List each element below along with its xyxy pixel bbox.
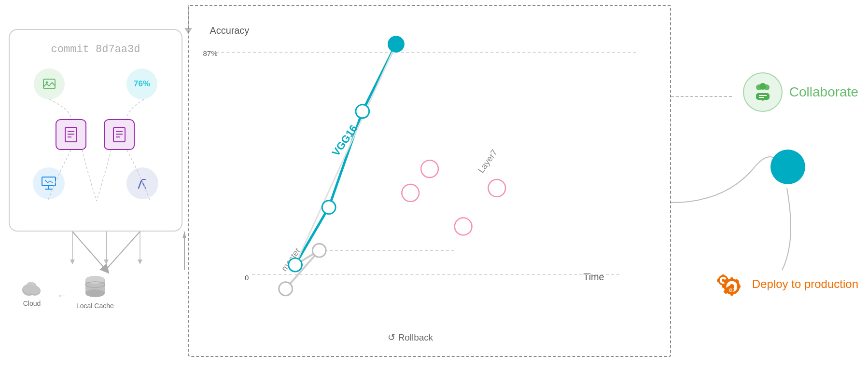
teal-node bbox=[770, 150, 805, 184]
doc-icon bbox=[64, 126, 78, 143]
svg-marker-21 bbox=[182, 232, 186, 238]
svg-rect-53 bbox=[756, 93, 770, 100]
commit-label: commit 8d7aa3d bbox=[51, 43, 140, 55]
vgg16-point-1 bbox=[289, 258, 302, 272]
collaborate-icon bbox=[743, 72, 783, 112]
cloud-section: Cloud bbox=[18, 277, 45, 307]
svg-rect-62 bbox=[737, 285, 741, 288]
doc-icon-left bbox=[56, 119, 86, 150]
doc-icon-2 bbox=[112, 126, 126, 143]
svg-point-35 bbox=[29, 286, 40, 294]
commit-box: commit 8d7aa3d 76% bbox=[9, 29, 182, 232]
87-label: 87% bbox=[203, 50, 218, 57]
svg-marker-26 bbox=[104, 260, 109, 264]
lambda-icon bbox=[135, 176, 150, 191]
svg-line-14 bbox=[48, 181, 50, 183]
chart-area: Accuracy 87% 0 Time VGG16 maste bbox=[188, 5, 671, 357]
svg-line-15 bbox=[50, 181, 53, 183]
svg-line-19 bbox=[106, 232, 140, 269]
vgg16-point-3 bbox=[356, 105, 369, 118]
gear-icon: ⚙ bbox=[712, 270, 745, 299]
layer7-point-4 bbox=[488, 179, 505, 197]
svg-line-46 bbox=[295, 44, 396, 265]
deploy-label: Deploy to production bbox=[752, 276, 858, 291]
svg-marker-28 bbox=[138, 260, 142, 264]
master-point-bottom bbox=[279, 282, 293, 296]
presentation-icon bbox=[41, 176, 56, 191]
svg-rect-70 bbox=[717, 279, 719, 282]
accuracy-badge-text: 76% bbox=[134, 79, 150, 89]
image-icon bbox=[42, 76, 57, 92]
svg-rect-71 bbox=[726, 279, 728, 282]
people-icon bbox=[752, 82, 773, 102]
layer7-point-2 bbox=[421, 160, 438, 178]
svg-marker-24 bbox=[70, 260, 75, 264]
collaborate-label: Collaborate bbox=[789, 84, 858, 100]
svg-point-38 bbox=[85, 289, 105, 297]
master-point-junction bbox=[312, 244, 326, 257]
svg-point-1 bbox=[46, 82, 48, 84]
doc-icon-right bbox=[104, 119, 135, 150]
cloud-label: Cloud bbox=[23, 300, 41, 307]
zero-label: 0 bbox=[245, 274, 249, 282]
image-icon-circle bbox=[34, 68, 65, 99]
accuracy-axis-label: Accuracy bbox=[210, 25, 250, 36]
lambda-icon-circle bbox=[126, 167, 158, 199]
presentation-icon-circle bbox=[33, 167, 65, 199]
vgg16-label: VGG16 bbox=[330, 123, 360, 158]
vgg16-point-top bbox=[388, 37, 404, 52]
svg-line-17 bbox=[72, 232, 106, 270]
rollback-text: ↺ Rollback bbox=[388, 332, 433, 342]
layer7-label: Layer7 bbox=[476, 148, 499, 175]
cache-section: Local Cache bbox=[76, 274, 114, 310]
time-axis-label: Time bbox=[583, 272, 604, 282]
deploy-icon: ⚙ bbox=[712, 267, 745, 301]
vgg16-point-2 bbox=[322, 201, 336, 214]
accuracy-badge: 76% bbox=[126, 68, 157, 99]
commit-connectors bbox=[10, 30, 182, 231]
svg-point-52 bbox=[759, 83, 766, 90]
layer7-point-3 bbox=[455, 218, 472, 235]
svg-rect-69 bbox=[722, 284, 724, 286]
chart-svg: Accuracy 87% 0 Time VGG16 maste bbox=[189, 6, 670, 356]
cache-label: Local Cache bbox=[76, 302, 114, 310]
svg-point-67 bbox=[722, 279, 725, 282]
svg-rect-59 bbox=[730, 277, 733, 281]
svg-line-13 bbox=[45, 180, 48, 183]
collaborate-group: Collaborate bbox=[743, 72, 858, 112]
layer7-point-1 bbox=[402, 184, 419, 202]
deploy-group: ⚙ Deploy to production bbox=[712, 267, 858, 301]
svg-marker-54 bbox=[761, 100, 765, 101]
svg-rect-68 bbox=[722, 274, 724, 277]
cloud-to-cache-arrow: ← bbox=[57, 289, 68, 302]
database-icon bbox=[84, 274, 107, 299]
cloud-icon bbox=[18, 277, 45, 297]
svg-line-44 bbox=[329, 111, 363, 207]
svg-text:⚙: ⚙ bbox=[728, 287, 732, 293]
